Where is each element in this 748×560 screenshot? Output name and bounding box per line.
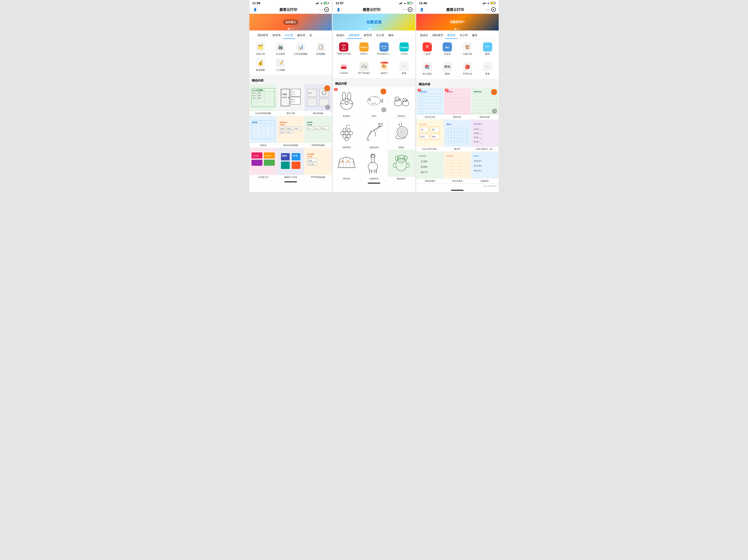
tuseka-label: 涂色卡 (381, 72, 388, 75)
svg-point-127 (380, 125, 380, 125)
item-fish[interactable]: 🛒 ? FISH (360, 87, 388, 118)
app-more-2[interactable]: ··· 更多 (394, 60, 414, 76)
label-jiajian2: 加减混合 (471, 179, 498, 183)
avatar-3[interactable]: 👤 (419, 7, 424, 12)
svg-point-135 (401, 123, 402, 124)
app-kaixue[interactable]: 🎒 开学礼包 (458, 61, 477, 77)
item-door[interactable]: 工作区 会议室 休息室 卫生间 储物室 打印室 黑白门牌 (277, 84, 304, 116)
help-button-fish[interactable]: ? (381, 107, 386, 112)
svg-line-153 (372, 153, 372, 154)
more-icon-3[interactable]: ··· (486, 7, 489, 12)
item-fruits[interactable]: 🍎 🍊 FRUITS (333, 150, 360, 181)
tab-3-jiaoyu[interactable]: 教育类 (445, 32, 458, 39)
avatar-1[interactable]: 👤 (252, 7, 258, 12)
tab-2-quwei[interactable]: 趣味 (386, 32, 396, 39)
app-yiqixue[interactable]: 字 新 一起学 (417, 41, 437, 57)
app-xiaoyuan[interactable]: 🐒 小猿口算 (458, 41, 477, 57)
tab-2-guoji[interactable]: 国际教育 (347, 32, 362, 39)
icon-caiwu[interactable]: 💰 财务模板 (251, 57, 270, 73)
icon-bangong[interactable]: 🖨️ 办公效率 (271, 41, 290, 57)
cart-button-fish[interactable]: 🛒 (380, 89, 386, 94)
tab-3-huichengzhang[interactable]: 惠成长 (418, 32, 430, 39)
kaixue-icon: 🎒 (463, 62, 472, 71)
item-schedule[interactable]: 值班表 值班表 (250, 116, 277, 148)
item-yingbi[interactable]: 热 硬笔书法 硬笔书法 (444, 88, 471, 119)
item-monkey[interactable]: MONKEY (388, 150, 415, 181)
app-arttherapy[interactable]: Art A+ Art Therapy (354, 60, 374, 76)
tab-2-jiaoyu[interactable]: 教育类 (362, 32, 374, 39)
target-icon-1[interactable] (324, 7, 329, 12)
label-fruits: FRUITS (333, 177, 360, 181)
icon-xingzheng[interactable]: 🗂️ 行政工具 (251, 41, 270, 57)
app-tuseka[interactable]: 🎨 热 涂色卡 (374, 60, 394, 76)
tab-2-bangong[interactable]: 办公类 (374, 32, 386, 39)
item-storage[interactable]: 储物室 打印室 储物室 打印室 (277, 148, 304, 180)
svg-text:🖍️: 🖍️ (343, 67, 345, 69)
item-yuwen[interactable]: 热 语文作文纸 (417, 88, 444, 119)
more-icon-1[interactable]: ··· (319, 7, 323, 12)
item-ducks[interactable]: DUCKS (388, 87, 415, 118)
tab-1-bangong[interactable]: 办公类 (283, 32, 295, 39)
item-giraffe[interactable]: GIRAFFE (360, 150, 388, 181)
more-icon-2[interactable]: ··· (402, 7, 406, 12)
item-shuxueben[interactable]: 数学本 (444, 120, 471, 151)
help-button-yingyu[interactable]: ? (492, 109, 497, 114)
item-renminbi[interactable]: 认识人民币 ¥1 ¥5 ¥10 ¥50 认识人民币 简单... (417, 120, 444, 151)
icon-geren[interactable]: 📝 个人模板 (271, 57, 290, 73)
item-bunny[interactable]: 热 BUNNY (333, 87, 360, 118)
avatar-2[interactable]: 👤 (335, 7, 341, 12)
item-grapes[interactable]: GRAPES (333, 119, 360, 149)
item-reminder[interactable]: 今日提示 节约用纸 日常提示卡 (250, 148, 277, 180)
tab-2-huichengzhang[interactable]: 惠成长 (334, 32, 347, 39)
app-education[interactable]: Education .com Education.c... (374, 41, 394, 56)
item-jiajian2[interactable]: 加减混合 3+4-2= 5+2-3= 6-3+1= 加减混合 (471, 152, 498, 183)
tab-1-you[interactable]: 友 (307, 32, 314, 39)
cart-button-yingyu[interactable]: 🛒 (491, 89, 497, 95)
tab-1-jiaoyu[interactable]: 教育类 (271, 32, 283, 39)
tab-1-quwei[interactable]: 趣味类 (295, 32, 307, 39)
item-word[interactable]: WORD 快捷键 Ctrl+S Ctrl+P Ctrl+B WORD快捷键 (304, 116, 331, 148)
app-sudoku[interactable]: 数独 数独 (438, 61, 457, 77)
item-decor[interactable]: 装饰画 🛒 ? 黑白装饰画 (304, 84, 331, 116)
app-youer[interactable]: 📚 幼儿成长 (417, 61, 437, 77)
divider-3 (416, 79, 499, 80)
svg-point-119 (341, 132, 344, 135)
icon-gongsi[interactable]: 📊 公司运营模板 (291, 41, 310, 57)
app-canva[interactable]: Canva Canva (394, 41, 414, 56)
app-kiwico[interactable]: KiwiCo KiwiCo (354, 41, 374, 56)
item-yingyu[interactable]: 英语作业纸 🛒 ? 英语作业纸 (471, 88, 498, 119)
app-crayola[interactable]: Crayola 🖍️ Crayola (334, 60, 353, 76)
tab-3-bangong[interactable]: 办公类 (458, 32, 470, 39)
item-snail[interactable]: SNAIL (388, 119, 415, 149)
nav-bar-3: 👤 惠普云打印 ··· (416, 6, 499, 14)
item-danwei[interactable]: 单位估算表 单位估算表 (444, 152, 471, 183)
svg-text:A+: A+ (361, 66, 364, 68)
svg-point-103 (348, 102, 348, 102)
banner-2[interactable]: 出彩后浪 (333, 14, 415, 30)
banner-1[interactable]: 点击进入 (249, 14, 332, 30)
tab-3-quwei[interactable]: 趣味 (470, 32, 480, 39)
svg-text:加减混合: 加减混合 (474, 155, 480, 157)
target-icon-2[interactable] (408, 7, 413, 12)
item-jiajian[interactable]: 10的加减法 1+9= 2+8= 3+7= 10的加减法 (417, 152, 444, 183)
bangong-icon: 🖨️ (276, 42, 285, 52)
tab-3-guoji[interactable]: 国际教育 (430, 32, 445, 39)
app-more-3[interactable]: ··· 更多 (478, 61, 497, 77)
item-ppt[interactable]: PPT常用 快捷键 F5 放映 Ctrl+M 新建 PPT常用快捷键 (304, 148, 331, 180)
zuoyeben-icon: abc (443, 42, 452, 52)
app-zuoyeben[interactable]: abc 作业本 (438, 41, 457, 57)
item-windows[interactable]: Windows 快捷键 Win+D Alt+F4 Ctrl+Z Win+E Wi… (277, 116, 304, 148)
item-kouxuan[interactable]: 小猿口算练习 1+2= __ 3+4= __ 5+1= __ 2+3= __ 小… (471, 120, 498, 151)
divider-1 (249, 75, 332, 77)
item-excel[interactable]: Excel快捷键 Ctrl+C 复制 Ctrl+V 粘贴 Ctrl+Z 撤销 E… (250, 84, 277, 116)
target-icon-3[interactable] (491, 7, 496, 12)
svg-point-113 (396, 98, 397, 99)
app-shuxue[interactable]: E=MC² 数学 (478, 41, 497, 57)
svg-text:值班表: 值班表 (252, 121, 257, 123)
icon-hetong[interactable]: 📋 合同模板 (311, 41, 331, 57)
app-timekids[interactable]: TIME for KIDS TIME for Kids (334, 41, 353, 56)
item-dragon[interactable]: DRAGON (360, 119, 388, 149)
tab-1-guoji[interactable]: 国际教育 (255, 32, 271, 39)
arttherapy-icon: Art A+ (359, 62, 369, 71)
banner-3[interactable]: 招募新用户 (416, 14, 499, 30)
